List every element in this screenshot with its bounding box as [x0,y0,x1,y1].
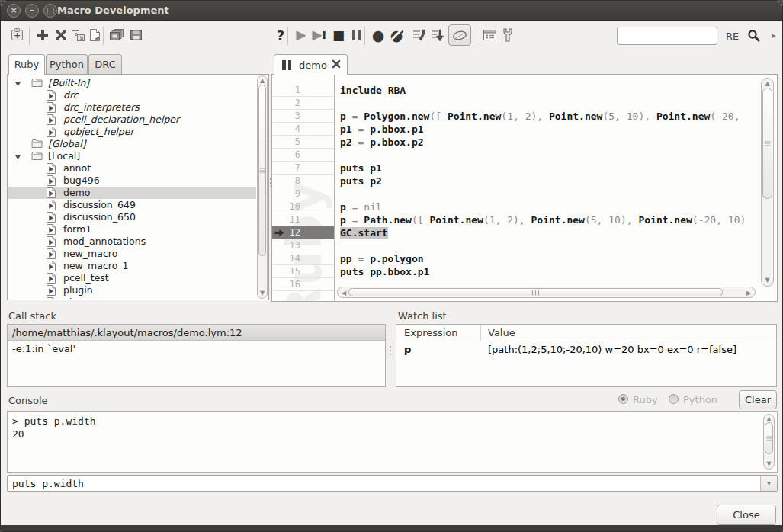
tree-item-local[interactable]: [Local] [8,150,256,162]
tree-item-new_macro[interactable]: new_macro [8,248,256,260]
console-input-combo[interactable]: ▾ [7,475,778,492]
breakpoint-icon[interactable]: ● [368,25,388,45]
new-location-icon[interactable]: + [7,25,27,45]
code-line-11[interactable]: p = Path.new([ Point.new(1, 2), Point.ne… [340,213,777,226]
clear-breakpoints-icon[interactable]: ● [387,25,406,45]
gutter-line[interactable]: 6 [272,149,334,162]
editor-tab-demo[interactable]: demo [274,54,348,75]
search-input[interactable] [617,27,717,45]
tree-item-drc_interpreters[interactable]: drc_interpreters [8,101,256,114]
tree-item-pcell_declaration_helper[interactable]: pcell_declaration_helper [8,114,256,126]
tree-item-qkeyevent[interactable]: qkeyevent [8,296,256,299]
macro-file-icon [47,224,56,235]
tree-item-new_macro_1[interactable]: new_macro_1 [8,260,256,272]
gutter-current-line[interactable]: 12 [272,226,334,239]
save-icon[interactable] [126,25,146,45]
tree-item-discussion_649[interactable]: discussion_649 [8,199,256,211]
code-line-6[interactable] [340,149,777,162]
watch-col-value[interactable]: Value [488,327,515,338]
gutter-line[interactable]: 1 [272,84,334,97]
code-line-10[interactable]: p = nil [340,200,777,213]
pause-icon[interactable] [346,25,366,45]
code-line-15[interactable]: puts pp.bbox.p1 [340,265,777,278]
properties-icon[interactable] [480,25,499,45]
code-line-3[interactable]: p = Polygon.new([ Point.new(1, 2), Point… [340,110,777,123]
code-line-7[interactable]: puts p1 [340,162,777,175]
python-radio[interactable] [669,394,679,404]
tree-item-discussion_650[interactable]: discussion_650 [8,211,256,223]
tree-item-plugin[interactable]: plugin [8,284,256,296]
code-line-9[interactable] [340,187,777,200]
step-over-icon[interactable] [428,25,448,45]
save-all-icon[interactable] [107,25,127,45]
tab-drc[interactable]: DRC [88,54,122,74]
gutter-line[interactable]: 3 [272,110,334,123]
expander-icon[interactable] [14,153,21,160]
combo-dropdown-icon[interactable]: ▾ [760,476,777,491]
watch-col-expression[interactable]: Expression [404,327,458,338]
clear-button[interactable]: Clear [739,390,777,409]
console-input[interactable] [12,476,757,490]
run-from-current-icon[interactable]: ▶! [310,25,329,45]
window-close-icon[interactable]: × [7,4,21,18]
call-stack-frame[interactable]: /home/matthias/.klayout/macros/demo.lym:… [8,325,385,341]
tree-item-pcell_test[interactable]: pcell_test [8,272,256,284]
editor-vertical-scrollbar[interactable]: ▲ ▼ [761,78,774,287]
code-area[interactable]: include RBAp = Polygon.new([ Point.new(1… [335,75,777,301]
code-editor[interactable]: Ruby 12345678910111213141516 include RBA… [271,74,778,302]
gutter-line[interactable]: 7 [272,162,334,175]
gutter-line[interactable]: 15 [272,265,334,278]
tree-item-drc[interactable]: drc [8,89,256,101]
tree-item-mod_annotations[interactable]: mod_annotations [8,236,256,248]
code-line-14[interactable]: pp = p.polygon [340,252,777,265]
gutter-line[interactable]: 13 [272,239,334,252]
gutter-line[interactable]: 14 [272,252,334,265]
setup-wrench-icon[interactable] [498,25,518,45]
import-macro-icon[interactable] [85,25,104,45]
code-line-8[interactable]: puts p2 [340,175,777,187]
editor-gutter[interactable]: Ruby 12345678910111213141516 [272,75,335,301]
code-line-13[interactable] [340,239,777,252]
panel-splitter-handle[interactable] [390,344,392,357]
gutter-line[interactable]: 2 [272,97,334,110]
toolbar-overflow-icon[interactable]: ▸ [764,25,783,45]
window-maximize-icon[interactable]: □ [43,4,57,18]
tree-item-global[interactable]: [Global] [8,138,256,150]
tree-item-bug496[interactable]: bug496 [8,175,256,187]
gutter-line[interactable]: 11 [272,213,334,226]
tree-item-annot[interactable]: annot [8,162,256,175]
add-macro-icon[interactable] [33,25,53,45]
code-line-2[interactable] [340,97,777,110]
call-stack-frame[interactable]: -e:1:in `eval' [8,341,385,357]
code-line-5[interactable]: p2 = p.bbox.p2 [340,136,777,149]
ruby-radio[interactable] [618,394,628,404]
tree-item-builtin[interactable]: [Built-In] [8,77,256,89]
gutter-line[interactable]: 9 [272,187,334,200]
regexp-toggle[interactable]: RE [726,30,739,42]
gutter-line[interactable]: 4 [272,123,334,136]
code-line-1[interactable]: include RBA [340,84,777,97]
watch-row[interactable]: p[path:(1,2;5,10;-20,10) w=20 bx=0 ex=0 … [396,341,776,358]
gutter-line[interactable]: 8 [272,175,334,187]
gutter-line[interactable]: 16 [272,278,334,291]
tree-item-form1[interactable]: form1 [8,223,256,236]
tab-python[interactable]: Python [46,54,88,74]
tree-vertical-scrollbar[interactable]: ▲ ▼ [257,75,268,299]
tree-item-demo[interactable]: demo [8,187,256,199]
gutter-line[interactable]: 5 [272,136,334,149]
window-minimize-icon[interactable]: – [25,4,39,18]
step-into-icon[interactable] [409,25,429,45]
edit-mode-toggle-icon[interactable] [448,24,471,46]
search-icon[interactable] [743,25,763,45]
editor-horizontal-scrollbar[interactable]: ◀ ▶ [337,287,756,298]
tab-ruby[interactable]: Ruby [8,54,45,75]
code-line-12[interactable]: GC.start [340,226,777,239]
close-button[interactable]: Close [717,505,776,525]
run-icon[interactable]: ▶ [291,25,311,45]
tab-close-icon[interactable] [332,59,341,69]
code-line-4[interactable]: p1 = p.bbox.p1 [340,123,777,136]
expander-icon[interactable] [14,80,21,87]
gutter-line[interactable]: 10 [272,200,334,213]
tree-item-qobject_helper[interactable]: qobject_helper [8,126,256,138]
console-vertical-scrollbar[interactable]: ▲ ▼ [763,414,775,470]
